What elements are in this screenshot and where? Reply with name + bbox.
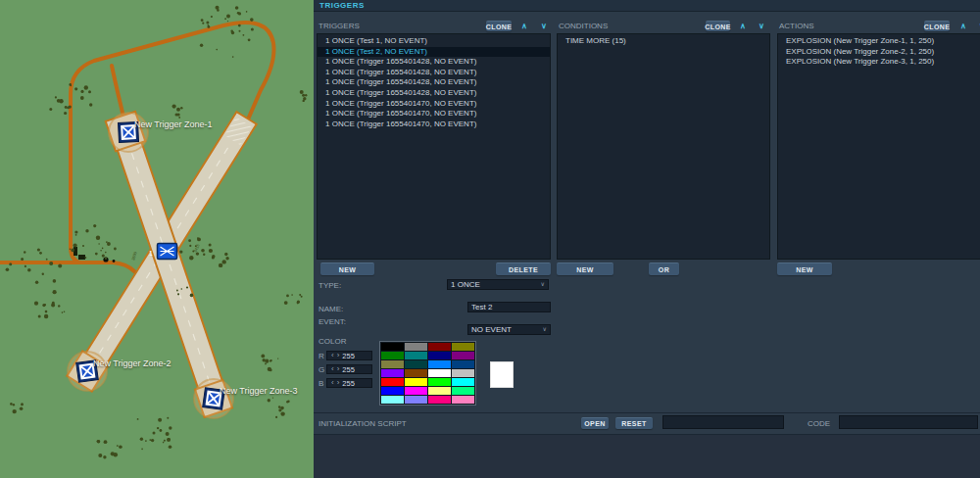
tree	[186, 286, 188, 288]
conditions-move-down-icon[interactable]: ∨	[756, 21, 767, 31]
airfield-icon[interactable]	[158, 244, 177, 260]
tree	[20, 406, 24, 410]
palette-color[interactable]	[428, 378, 451, 386]
event-select[interactable]: NO EVENT ∨	[467, 324, 551, 335]
palette-color[interactable]	[452, 387, 474, 395]
triggers-move-up-icon[interactable]: ∧	[518, 21, 530, 31]
divider	[314, 412, 980, 413]
actions-clone-button[interactable]: CLONE	[924, 21, 950, 31]
spin-right-icon[interactable]: ›	[337, 365, 340, 373]
palette-color[interactable]	[381, 360, 404, 368]
rgb-g-stepper[interactable]: ‹ › 255	[326, 364, 372, 374]
palette-color[interactable]	[428, 343, 451, 351]
tree	[149, 439, 151, 441]
list-item[interactable]: 1 ONCE (Trigger 1655401470, NO EVENT)	[318, 99, 550, 110]
palette-color[interactable]	[405, 387, 427, 395]
palette-color[interactable]	[452, 352, 474, 359]
tree	[37, 248, 40, 251]
list-item[interactable]: EXPLOSION (New Trigger Zone-3, 1, 250)	[778, 57, 980, 68]
list-item[interactable]: 1 ONCE (Test 2, NO EVENT)	[318, 47, 550, 58]
list-item[interactable]: 1 ONCE (Trigger 1655401470, NO EVENT)	[318, 120, 550, 130]
actions-list[interactable]: EXPLOSION (New Trigger Zone-1, 1, 250)EX…	[777, 33, 980, 260]
type-select[interactable]: 1 ONCE ∨	[447, 279, 549, 290]
init-script-open-button[interactable]: OPEN	[581, 417, 609, 429]
palette-color[interactable]	[428, 396, 451, 404]
tree	[225, 257, 228, 260]
triggers-new-button[interactable]: NEW	[320, 263, 374, 275]
palette-color[interactable]	[381, 378, 404, 386]
tree	[102, 248, 104, 250]
actions-move-down-icon[interactable]: ∨	[976, 21, 980, 31]
list-item[interactable]: EXPLOSION (New Trigger Zone-1, 1, 250)	[778, 36, 980, 47]
palette-color[interactable]	[428, 360, 451, 368]
chevron-down-icon: ∨	[543, 325, 547, 334]
color-palette[interactable]	[379, 341, 476, 406]
conditions-clone-button[interactable]: CLONE	[706, 21, 730, 31]
tree	[71, 85, 72, 86]
tree	[98, 243, 99, 244]
palette-color[interactable]	[452, 369, 474, 377]
list-item[interactable]: TIME MORE (15)	[558, 36, 769, 47]
palette-color[interactable]	[381, 387, 404, 395]
tree	[65, 106, 68, 109]
palette-color[interactable]	[405, 396, 427, 404]
tree	[13, 409, 17, 413]
spin-right-icon[interactable]: ›	[337, 352, 340, 359]
palette-color[interactable]	[428, 369, 451, 377]
palette-color[interactable]	[452, 396, 474, 404]
actions-new-button[interactable]: NEW	[777, 263, 832, 275]
palette-color[interactable]	[405, 360, 427, 368]
spin-left-icon[interactable]: ‹	[331, 365, 334, 373]
triggers-move-down-icon[interactable]: ∨	[538, 21, 550, 31]
palette-color[interactable]	[452, 360, 474, 368]
palette-color[interactable]	[405, 343, 427, 351]
spin-left-icon[interactable]: ‹	[331, 352, 334, 359]
palette-color[interactable]	[452, 343, 474, 351]
name-input[interactable]	[467, 302, 551, 312]
palette-color[interactable]	[381, 352, 404, 359]
tree	[49, 262, 53, 265]
conditions-list[interactable]: TIME MORE (15)	[557, 33, 770, 260]
list-item[interactable]: EXPLOSION (New Trigger Zone-2, 1, 250)	[778, 47, 980, 58]
tree	[246, 11, 248, 13]
tree	[261, 355, 265, 358]
tree	[64, 311, 66, 312]
list-item[interactable]: 1 ONCE (Trigger 1655401428, NO EVENT)	[318, 57, 550, 68]
palette-color[interactable]	[405, 378, 427, 386]
tree	[58, 263, 62, 267]
list-item[interactable]: 1 ONCE (Trigger 1655401428, NO EVENT)	[318, 88, 550, 99]
trigger-zone-label: New Trigger Zone-3	[220, 386, 298, 396]
list-item[interactable]: 1 ONCE (Trigger 1655401428, NO EVENT)	[318, 68, 550, 78]
palette-color[interactable]	[381, 343, 404, 351]
list-item[interactable]: 1 ONCE (Trigger 1655401428, NO EVENT)	[318, 77, 550, 88]
spin-left-icon[interactable]: ‹	[331, 379, 334, 387]
tree	[299, 294, 301, 296]
rgb-r-stepper[interactable]: ‹ › 255	[326, 351, 372, 360]
palette-color[interactable]	[405, 369, 427, 377]
actions-move-up-icon[interactable]: ∧	[957, 21, 969, 31]
palette-color[interactable]	[381, 369, 404, 377]
tree	[280, 411, 284, 415]
list-item[interactable]: 1 ONCE (Test 1, NO EVENT)	[318, 36, 550, 47]
rgb-b-stepper[interactable]: ‹ › 255	[326, 378, 372, 388]
conditions-or-button[interactable]: OR	[649, 263, 679, 275]
triggers-delete-button[interactable]: DELETE	[496, 263, 551, 275]
palette-color[interactable]	[428, 387, 451, 395]
tree	[287, 400, 290, 403]
conditions-new-button[interactable]: NEW	[557, 263, 613, 275]
palette-color[interactable]	[381, 396, 404, 404]
spin-right-icon[interactable]: ›	[337, 379, 340, 387]
tree	[224, 253, 227, 256]
conditions-move-up-icon[interactable]: ∧	[737, 21, 749, 31]
init-script-reset-button[interactable]: RESET	[615, 417, 653, 429]
triggers-clone-button[interactable]: CLONE	[486, 21, 512, 31]
map-canvas[interactable]: 35003415 1	[0, 0, 314, 478]
triggers-list[interactable]: 1 ONCE (Test 1, NO EVENT)1 ONCE (Test 2,…	[317, 33, 551, 260]
init-script-path-input[interactable]	[662, 415, 784, 429]
palette-color[interactable]	[405, 352, 427, 359]
mission-map[interactable]: 35003415 1 New Trigger Zone-1New Trigger…	[0, 0, 314, 478]
palette-color[interactable]	[452, 378, 474, 386]
code-input[interactable]	[839, 415, 978, 429]
list-item[interactable]: 1 ONCE (Trigger 1655401470, NO EVENT)	[318, 109, 550, 120]
palette-color[interactable]	[428, 352, 451, 359]
